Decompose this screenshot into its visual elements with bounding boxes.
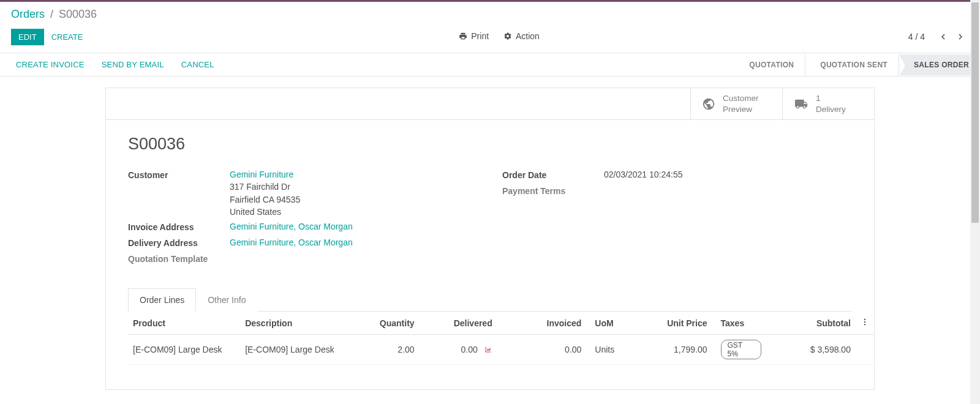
form-col-left: Customer Gemini Furniture 317 Fairchild … xyxy=(128,168,478,268)
invoice-address-link[interactable]: Gemini Furniture, Oscar Morgan xyxy=(230,222,353,231)
pager-prev[interactable] xyxy=(935,28,952,45)
customer-value: Gemini Furniture 317 Fairchild Dr Fairfi… xyxy=(230,168,478,218)
th-delivered[interactable]: Delivered xyxy=(420,312,497,335)
delivery-address-label: Delivery Address xyxy=(128,236,230,250)
stage-quotation[interactable]: QUOTATION xyxy=(734,54,805,75)
print-button[interactable]: Print xyxy=(459,31,489,41)
table-row[interactable]: [E-COM09] Large Desk [E-COM09] Large Des… xyxy=(128,335,874,365)
record-title: S00036 xyxy=(128,135,852,154)
customer-link[interactable]: Gemini Furniture xyxy=(230,168,478,181)
globe-icon xyxy=(702,97,715,111)
pager: 4 / 4 xyxy=(908,28,969,45)
cell-uom: Units xyxy=(586,335,628,365)
cell-invoiced: 0.00 xyxy=(497,335,587,365)
tab-other-info[interactable]: Other Info xyxy=(196,288,257,312)
form-sheet: Customer Preview 1 Delivery S00036 Custo… xyxy=(105,88,875,390)
chevron-left-icon xyxy=(938,31,949,42)
customer-label: Customer xyxy=(128,168,230,218)
delivery-line1: 1 xyxy=(816,93,846,104)
delivery-line2: Delivery xyxy=(816,104,846,115)
breadcrumb-current: S00036 xyxy=(59,8,97,20)
pager-count: 4 / 4 xyxy=(908,32,925,42)
th-options[interactable] xyxy=(856,312,874,335)
tab-list: Order Lines Other Info xyxy=(128,288,852,312)
breadcrumb: Orders / S00036 xyxy=(11,8,97,21)
customer-addr1: 317 Fairchild Dr xyxy=(230,181,478,193)
cell-quantity: 2.00 xyxy=(365,335,420,365)
preview-line2: Preview xyxy=(723,104,759,115)
order-date-label: Order Date xyxy=(502,168,604,182)
scrollbar[interactable] xyxy=(970,0,980,390)
chevron-right-icon xyxy=(955,31,966,42)
cell-description: [E-COM09] Large Desk xyxy=(240,335,364,365)
th-taxes[interactable]: Taxes xyxy=(712,312,767,335)
create-button[interactable]: CREATE xyxy=(44,29,91,45)
preview-line1: Customer xyxy=(723,93,759,104)
th-product[interactable]: Product xyxy=(128,312,240,335)
payment-terms-label: Payment Terms xyxy=(502,184,604,198)
action-button[interactable]: Action xyxy=(503,31,540,41)
breadcrumb-parent[interactable]: Orders xyxy=(11,8,45,20)
cell-unit-price: 1,799.00 xyxy=(628,335,712,365)
th-quantity[interactable]: Quantity xyxy=(365,312,420,335)
edit-button[interactable]: EDIT xyxy=(11,29,44,45)
payment-terms-value xyxy=(604,184,852,198)
status-actions: CREATE INVOICE SEND BY EMAIL CANCEL xyxy=(0,55,223,74)
kebab-icon xyxy=(861,318,869,326)
th-description[interactable]: Description xyxy=(240,312,364,335)
cell-product: [E-COM09] Large Desk xyxy=(128,335,240,365)
delivery-address-link[interactable]: Gemini Furniture, Oscar Morgan xyxy=(230,238,353,247)
order-date-value: 02/03/2021 10:24:55 xyxy=(604,168,852,182)
cell-subtotal: $ 3,598.00 xyxy=(766,335,856,365)
delivered-value: 0.00 xyxy=(461,345,478,354)
table-header-row: Product Description Quantity Delivered I… xyxy=(128,312,874,335)
cell-taxes: GST 5% xyxy=(712,335,767,365)
tax-badge: GST 5% xyxy=(721,340,762,359)
th-uom[interactable]: UoM xyxy=(586,312,628,335)
invoice-address-label: Invoice Address xyxy=(128,220,230,234)
statusbar: QUOTATION QUOTATION SENT SALES ORDER xyxy=(734,54,980,75)
svg-point-1 xyxy=(864,321,865,323)
print-label: Print xyxy=(471,31,489,41)
breadcrumb-sep: / xyxy=(50,8,53,20)
customer-addr3: United States xyxy=(230,206,478,218)
order-lines-table: Product Description Quantity Delivered I… xyxy=(128,312,874,365)
action-label: Action xyxy=(516,31,540,41)
tab-order-lines[interactable]: Order Lines xyxy=(128,288,196,312)
create-invoice-button[interactable]: CREATE INVOICE xyxy=(7,55,93,74)
send-by-email-button[interactable]: SEND BY EMAIL xyxy=(93,55,173,74)
delivery-button[interactable]: 1 Delivery xyxy=(782,88,874,119)
svg-point-2 xyxy=(864,324,865,325)
customer-addr2: Fairfield CA 94535 xyxy=(230,193,478,206)
customer-preview-button[interactable]: Customer Preview xyxy=(690,88,782,119)
chart-icon[interactable] xyxy=(484,345,492,355)
quotation-template-value xyxy=(230,252,478,266)
print-icon xyxy=(459,32,467,40)
scrollbar-thumb[interactable] xyxy=(971,2,979,223)
pager-next[interactable] xyxy=(952,28,969,45)
truck-icon xyxy=(794,97,809,111)
stage-quotation-sent[interactable]: QUOTATION SENT xyxy=(805,54,899,75)
stat-buttons: Customer Preview 1 Delivery xyxy=(106,88,874,120)
form-col-right: Order Date 02/03/2021 10:24:55 Payment T… xyxy=(502,168,852,268)
th-unit-price[interactable]: Unit Price xyxy=(628,312,712,335)
svg-point-0 xyxy=(864,319,865,320)
quotation-template-label: Quotation Template xyxy=(128,252,230,266)
th-subtotal[interactable]: Subtotal xyxy=(766,312,856,335)
center-actions: Print Action xyxy=(90,31,908,42)
cell-delivered: 0.00 xyxy=(420,335,497,365)
th-invoiced[interactable]: Invoiced xyxy=(497,312,587,335)
cancel-button[interactable]: CANCEL xyxy=(173,55,223,74)
gear-icon xyxy=(503,32,512,40)
stage-sales-order[interactable]: SALES ORDER xyxy=(899,54,980,75)
